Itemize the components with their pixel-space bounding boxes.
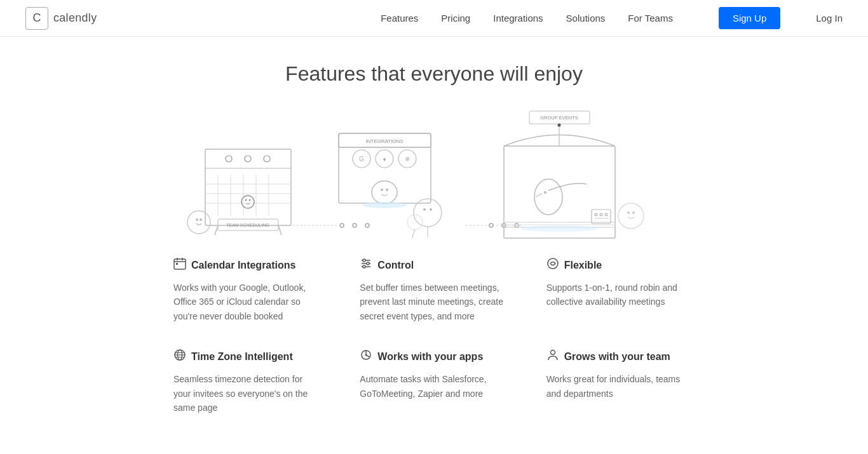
nav-features[interactable]: Features	[381, 13, 418, 23]
flexible-icon	[546, 257, 559, 273]
svg-point-29	[196, 218, 198, 221]
svg-point-65	[618, 203, 644, 229]
svg-text:♦: ♦	[383, 156, 386, 163]
feature-desc: Supports 1-on-1, round robin and collect…	[546, 281, 695, 309]
svg-point-3	[353, 224, 356, 227]
feature-title: Time Zone Intelligent	[191, 351, 293, 363]
page-title: Features that everyone will enjoy	[0, 62, 868, 86]
svg-point-61	[595, 213, 597, 216]
svg-point-28	[187, 211, 210, 234]
feature-header: Time Zone Intelligent	[173, 349, 322, 364]
feature-header: Works with your apps	[360, 349, 508, 364]
calendar-icon	[173, 257, 186, 273]
svg-point-43	[386, 189, 388, 191]
features-illustration: TEAM SCHEDULING INTEGRATIONS G ♦ ❄	[180, 98, 688, 244]
svg-point-22	[245, 199, 247, 201]
nav-solutions[interactable]: Solutions	[566, 13, 606, 23]
control-icon	[360, 257, 372, 273]
svg-point-77	[363, 259, 365, 262]
feature-timezone: Time Zone Intelligent Seamless timezone …	[173, 349, 322, 415]
svg-point-55	[558, 124, 561, 127]
feature-desc: Automate tasks with Salesforce, GoToMeet…	[360, 372, 508, 401]
feature-title: Works with your apps	[377, 351, 483, 363]
feature-desc: Set buffer times between meetings, preve…	[360, 281, 508, 323]
nav-integrations[interactable]: Integrations	[493, 13, 543, 23]
svg-rect-69	[174, 259, 186, 269]
svg-point-66	[627, 211, 630, 214]
feature-title: Calendar Integrations	[191, 260, 295, 271]
svg-point-47	[430, 208, 432, 211]
svg-text:❄: ❄	[405, 156, 410, 163]
team-icon	[546, 349, 559, 364]
nav-links: Features Pricing Integrations Solutions …	[381, 7, 843, 29]
svg-point-67	[632, 211, 635, 214]
svg-line-26	[215, 225, 218, 235]
svg-text:GROUP EVENTS: GROUP EVENTS	[540, 115, 578, 121]
svg-point-23	[249, 199, 251, 201]
svg-rect-60	[592, 210, 611, 224]
feature-header: Control	[360, 257, 508, 273]
svg-point-62	[600, 213, 602, 216]
svg-point-59	[544, 191, 546, 194]
feature-flexible: Flexible Supports 1-on-1, round robin an…	[546, 257, 695, 323]
svg-text:INTEGRATIONS: INTEGRATIONS	[365, 138, 403, 144]
feature-calendar-integrations: Calendar Integrations Works with your Go…	[173, 257, 322, 323]
svg-point-58	[534, 179, 562, 215]
feature-grows-with-team: Grows with your team Works great for ind…	[546, 349, 695, 415]
logo-icon: C	[25, 7, 48, 30]
svg-line-50	[412, 230, 415, 238]
feature-header: Calendar Integrations	[173, 257, 322, 273]
brand-logo[interactable]: C calendly	[25, 7, 97, 30]
login-link[interactable]: Log In	[816, 13, 843, 23]
svg-point-49	[407, 215, 423, 230]
navbar: C calendly Features Pricing Integrations…	[0, 0, 868, 37]
svg-point-46	[423, 208, 426, 211]
apps-icon	[360, 349, 372, 364]
nav-for-teams[interactable]: For Teams	[628, 13, 673, 23]
feature-header: Flexible	[546, 257, 695, 273]
svg-point-63	[605, 213, 607, 216]
feature-desc: Works great for individuals, teams and d…	[546, 372, 695, 401]
svg-point-80	[548, 258, 558, 269]
illustration-area: TEAM SCHEDULING INTEGRATIONS G ♦ ❄	[180, 98, 688, 244]
feature-title: Control	[377, 260, 414, 271]
feature-title: Grows with your team	[564, 351, 670, 363]
svg-text:TEAM SCHEDULING: TEAM SCHEDULING	[226, 223, 269, 227]
svg-rect-51	[504, 146, 615, 238]
svg-point-11	[245, 156, 251, 162]
svg-point-78	[367, 262, 369, 265]
svg-point-30	[200, 218, 202, 221]
svg-point-2	[340, 224, 344, 227]
svg-line-27	[278, 225, 281, 235]
signup-button[interactable]: Sign Up	[719, 7, 780, 29]
svg-point-41	[372, 181, 397, 204]
logo-text: calendly	[53, 11, 97, 25]
svg-point-10	[226, 156, 232, 162]
features-grid: Calendar Integrations Works with your Go…	[148, 257, 720, 415]
svg-text:G: G	[359, 156, 364, 163]
svg-point-68	[521, 225, 597, 232]
feature-works-with-apps: Works with your apps Automate tasks with…	[360, 349, 508, 415]
feature-title: Flexible	[564, 260, 602, 271]
svg-rect-73	[176, 263, 178, 265]
svg-point-89	[365, 354, 367, 356]
feature-control: Control Set buffer times between meeting…	[360, 257, 508, 323]
nav-pricing[interactable]: Pricing	[441, 13, 470, 23]
feature-desc: Works with your Google, Outlook, Office …	[173, 281, 322, 323]
feature-header: Grows with your team	[546, 349, 695, 364]
feature-desc: Seamless timezone detection for your inv…	[173, 372, 322, 415]
svg-point-4	[365, 224, 369, 227]
timezone-icon	[173, 349, 186, 364]
svg-point-12	[264, 156, 270, 162]
svg-point-44	[362, 202, 407, 208]
svg-point-42	[381, 189, 383, 191]
svg-point-90	[550, 351, 555, 355]
svg-point-79	[363, 265, 365, 268]
